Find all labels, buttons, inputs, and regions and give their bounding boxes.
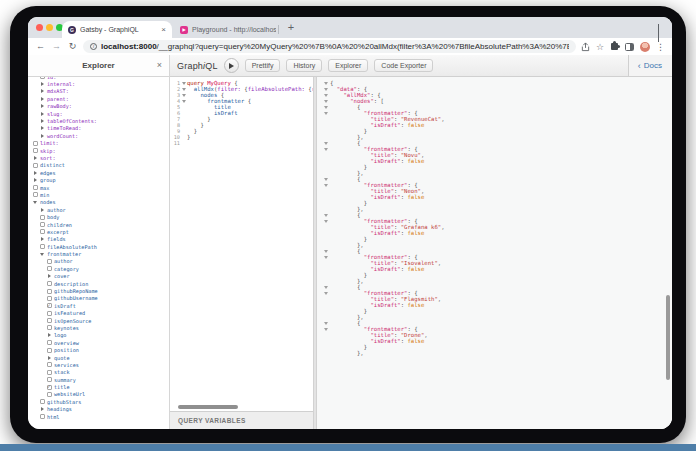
explorer-item-max[interactable]: max [28,184,169,191]
explorer-item-fields[interactable]: fields [28,236,169,243]
scrollbar-thumb[interactable] [178,405,238,409]
explorer-item-nodes[interactable]: nodes [28,199,169,206]
field-checkbox[interactable] [39,399,45,404]
history-button[interactable]: History [286,59,322,72]
explorer-item-distinct[interactable]: distinct [28,162,169,169]
expand-arrow-icon[interactable] [39,112,45,116]
explorer-item-description[interactable]: description [28,280,169,287]
field-checkbox[interactable] [32,192,38,197]
back-button[interactable]: ← [35,41,46,52]
explorer-item-position[interactable]: position [28,346,169,353]
explorer-item-sort[interactable]: sort: [28,154,169,161]
explorer-item-githubUsername[interactable]: githubUsername [28,295,169,302]
expand-arrow-icon[interactable] [39,253,45,256]
site-info-icon[interactable]: i [90,43,97,50]
field-checkbox[interactable] [46,362,52,367]
explorer-item-isOpenSource[interactable]: isOpenSource [28,317,169,324]
field-checkbox[interactable] [46,296,52,301]
expand-arrow-icon[interactable] [39,104,45,108]
field-checkbox[interactable] [46,377,52,382]
explorer-item-mdxAST[interactable]: mdxAST: [28,88,169,95]
expand-arrow-icon[interactable] [39,237,45,241]
url-field[interactable]: i localhost:8000/__graphql?query=query%2… [83,40,576,53]
explorer-item-skip[interactable]: skip: [28,147,169,154]
expand-arrow-icon[interactable] [39,208,45,212]
traffic-light-minimize-button[interactable] [46,24,53,31]
field-checkbox[interactable] [46,281,52,286]
field-checkbox[interactable] [39,222,45,227]
explorer-item-websiteUrl[interactable]: websiteUrl [28,391,169,398]
field-checkbox[interactable] [46,318,52,323]
explorer-close-icon[interactable]: × [157,61,162,70]
field-checkbox[interactable] [46,311,52,316]
editor-horizontal-scrollbar[interactable] [170,403,313,411]
field-checkbox[interactable] [46,348,52,353]
explorer-item-excerpt[interactable]: excerpt [28,228,169,235]
field-checkbox[interactable]: ✓ [46,385,52,390]
expand-arrow-icon[interactable] [46,356,52,360]
field-checkbox[interactable] [46,259,52,264]
explorer-item-rawBody[interactable]: rawBody: [28,103,169,110]
explorer-item-limit[interactable]: limit: [28,140,169,147]
traffic-light-close-button[interactable] [36,24,43,31]
expand-arrow-icon[interactable] [39,119,45,123]
tab-close-icon[interactable]: × [161,26,166,34]
field-checkbox[interactable] [39,414,45,419]
explorer-item-services[interactable]: services [28,361,169,368]
field-checkbox[interactable] [46,370,52,375]
query-variables-bar[interactable]: QUERY VARIABLES [170,411,313,429]
execute-query-button[interactable] [224,58,239,73]
explorer-item-timeToRead[interactable]: timeToRead: [28,125,169,132]
explorer-item-keynotes[interactable]: keynotes [28,324,169,331]
explorer-item-group[interactable]: group [28,176,169,183]
explorer-item-tableOfContents[interactable]: tableOfContents: [28,117,169,124]
query-editor-pane[interactable]: 1query MyQuery {2 allMdx(filter: {fileAb… [170,77,313,429]
field-checkbox[interactable] [46,392,52,397]
explorer-item-body[interactable]: body [28,213,169,220]
explorer-item-headings[interactable]: headings [28,406,169,413]
explorer-item-fileAbsolutePath[interactable]: fileAbsolutePath [28,243,169,250]
expand-arrow-icon[interactable] [32,156,38,160]
expand-arrow-icon[interactable] [46,333,52,337]
explorer-item-quote[interactable]: quote [28,354,169,361]
explorer-item-cover[interactable]: cover [28,273,169,280]
explorer-item-slug[interactable]: slug: [28,110,169,117]
tab-search-chevron-icon[interactable] [658,24,664,30]
expand-arrow-icon[interactable] [46,274,52,278]
extensions-puzzle-icon[interactable] [611,43,618,50]
expand-arrow-icon[interactable] [39,134,45,138]
explorer-item-parent[interactable]: parent: [28,95,169,102]
explorer-item-html[interactable]: html [28,413,169,420]
docs-toggle[interactable]: ‹ Docs [628,55,672,76]
tab-playground[interactable]: ▶ Playground - http://localhost:8 × [174,21,276,38]
share-icon[interactable] [581,42,590,52]
expand-arrow-icon[interactable] [32,178,38,182]
explorer-item-isDraft[interactable]: ✓isDraft [28,302,169,309]
field-checkbox[interactable] [39,215,45,220]
field-checkbox[interactable] [39,229,45,234]
explorer-item-children[interactable]: children [28,221,169,228]
field-checkbox[interactable]: ✓ [46,303,52,308]
explorer-item-edges[interactable]: edges [28,169,169,176]
new-tab-button[interactable]: + [284,20,298,34]
field-checkbox[interactable] [46,325,52,330]
field-checkbox[interactable] [39,244,45,249]
field-checkbox[interactable] [32,141,38,146]
explorer-item-title[interactable]: ✓title [28,383,169,390]
prettify-button[interactable]: Prettify [245,59,281,72]
explorer-item-logo[interactable]: logo [28,332,169,339]
explorer-item-author[interactable]: author [28,206,169,213]
field-checkbox[interactable] [46,340,52,345]
explorer-item-internal[interactable]: internal: [28,80,169,87]
explorer-toggle-button[interactable]: Explorer [328,59,368,72]
bookmark-star-icon[interactable]: ☆ [596,42,604,52]
explorer-item-min[interactable]: min [28,191,169,198]
explorer-item-isFeatured[interactable]: isFeatured [28,310,169,317]
expand-arrow-icon[interactable] [39,82,45,86]
field-checkbox[interactable] [46,266,52,271]
forward-button[interactable]: → [51,41,62,52]
explorer-item-author[interactable]: author [28,258,169,265]
explorer-item-stack[interactable]: stack [28,369,169,376]
field-checkbox[interactable] [32,148,38,153]
reload-button[interactable]: ↻ [67,41,78,52]
